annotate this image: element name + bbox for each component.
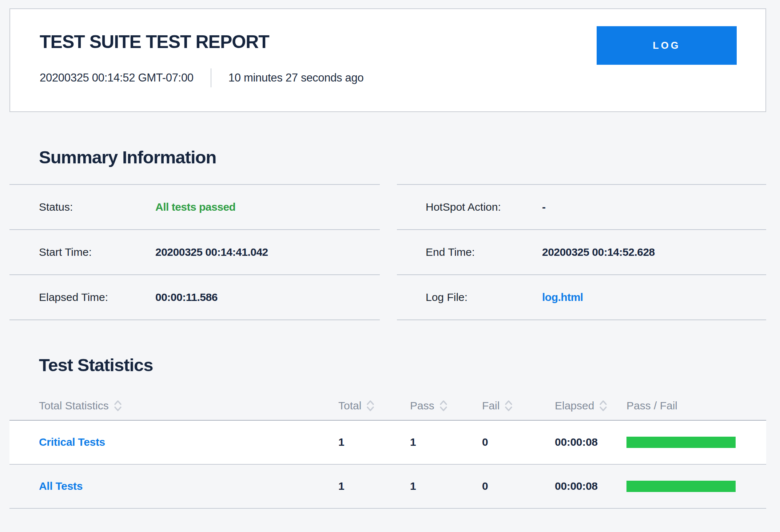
stats-cell-passfail xyxy=(626,437,766,448)
generated-timestamp: 20200325 00:14:52 GMT-07:00 xyxy=(40,71,194,84)
stats-cell-passfail xyxy=(626,481,766,492)
summary-value: 00:00:11.586 xyxy=(155,291,218,303)
summary-label: Log File: xyxy=(426,291,542,303)
summary-table-right: HotSpot Action:-End Time:20200325 00:14:… xyxy=(397,184,766,320)
stats-row: All Tests11000:00:08 xyxy=(9,465,766,509)
column-header-name[interactable]: Total Statistics xyxy=(9,400,338,412)
summary-value: 20200325 00:14:52.628 xyxy=(542,246,655,258)
summary-value: 20200325 00:14:41.042 xyxy=(155,246,268,258)
summary-row: HotSpot Action:- xyxy=(397,184,766,229)
summary-section: Status:All tests passedStart Time:202003… xyxy=(9,184,766,320)
summary-label: Elapsed Time: xyxy=(39,291,155,303)
column-header-label: Pass xyxy=(410,400,434,412)
column-header-pass[interactable]: Pass xyxy=(410,400,482,412)
pass-fail-bar xyxy=(626,437,736,448)
column-header-passfail: Pass / Fail xyxy=(626,400,766,412)
log-button[interactable]: LOG xyxy=(597,26,737,65)
stats-cell-fail: 0 xyxy=(482,480,555,492)
sort-icon xyxy=(366,400,375,412)
sort-icon xyxy=(114,400,122,412)
column-header-label: Total Statistics xyxy=(39,400,109,412)
summary-row: Status:All tests passed xyxy=(9,184,380,229)
column-header-label: Total xyxy=(338,400,361,412)
log-file-link[interactable]: log.html xyxy=(542,291,583,303)
generated-time-row: 20200325 00:14:52 GMT-07:00 10 minutes 2… xyxy=(40,68,736,87)
stats-cell-total: 1 xyxy=(338,480,410,492)
sort-icon xyxy=(599,400,608,412)
pass-fail-bar xyxy=(626,481,736,492)
column-header-fail[interactable]: Fail xyxy=(482,400,555,412)
summary-row: Elapsed Time:00:00:11.586 xyxy=(9,274,380,319)
statistics-table: Total StatisticsTotalPassFailElapsedPass… xyxy=(9,392,766,509)
statistics-body: Critical Tests11000:00:08All Tests11000:… xyxy=(9,421,766,509)
stats-cell-elapsed: 00:00:08 xyxy=(555,436,626,448)
summary-value: - xyxy=(542,201,546,213)
summary-row: End Time:20200325 00:14:52.628 xyxy=(397,229,766,274)
report-page: TEST SUITE TEST REPORT LOG 20200325 00:1… xyxy=(9,8,766,509)
pass-bar-segment xyxy=(626,481,736,492)
column-header-label: Elapsed xyxy=(555,400,594,412)
report-header-card: TEST SUITE TEST REPORT LOG 20200325 00:1… xyxy=(9,8,766,112)
stats-cell-total: 1 xyxy=(338,436,410,448)
summary-label: Status: xyxy=(39,201,155,213)
column-header-label: Fail xyxy=(482,400,500,412)
stats-cell-pass: 1 xyxy=(410,480,482,492)
generated-relative-time: 10 minutes 27 seconds ago xyxy=(228,71,364,84)
statistics-header-row: Total StatisticsTotalPassFailElapsedPass… xyxy=(9,392,766,421)
stats-cell-elapsed: 00:00:08 xyxy=(555,480,626,492)
sort-icon xyxy=(439,400,448,412)
summary-heading: Summary Information xyxy=(39,148,766,167)
summary-row: Log File:log.html xyxy=(397,274,766,319)
stats-suite-link[interactable]: All Tests xyxy=(9,480,338,492)
column-header-total[interactable]: Total xyxy=(338,400,410,412)
summary-row: Start Time:20200325 00:14:41.042 xyxy=(9,229,380,274)
column-header-label: Pass / Fail xyxy=(626,400,677,412)
statistics-heading: Test Statistics xyxy=(39,356,766,375)
stats-cell-pass: 1 xyxy=(410,436,482,448)
summary-table-left: Status:All tests passedStart Time:202003… xyxy=(9,184,380,320)
column-header-elapsed[interactable]: Elapsed xyxy=(555,400,626,412)
stats-cell-fail: 0 xyxy=(482,436,555,448)
stats-row: Critical Tests11000:00:08 xyxy=(9,421,766,465)
summary-label: End Time: xyxy=(426,246,542,258)
summary-label: HotSpot Action: xyxy=(426,201,542,213)
stats-suite-link[interactable]: Critical Tests xyxy=(9,436,338,448)
summary-value: All tests passed xyxy=(155,201,235,213)
sort-icon xyxy=(504,400,513,412)
pass-bar-segment xyxy=(626,437,736,448)
summary-label: Start Time: xyxy=(39,246,155,258)
timestamp-divider xyxy=(211,68,211,87)
